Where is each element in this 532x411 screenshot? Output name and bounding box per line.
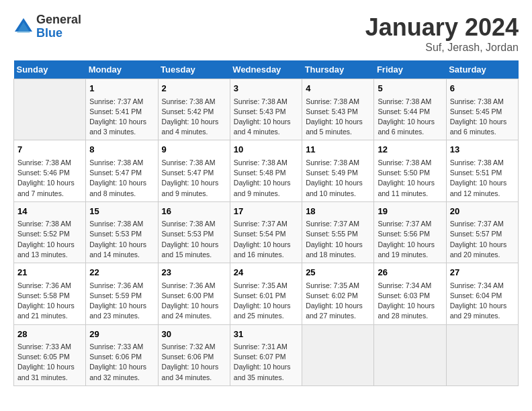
day-info: Sunrise: 7:38 AMSunset: 5:47 PMDaylight:… [89, 158, 154, 199]
day-number: 5 [378, 82, 442, 95]
calendar-cell: 21Sunrise: 7:36 AMSunset: 5:58 PMDayligh… [14, 263, 86, 324]
calendar-cell: 12Sunrise: 7:38 AMSunset: 5:50 PMDayligh… [374, 140, 446, 201]
day-info: Sunrise: 7:33 AMSunset: 6:06 PMDaylight:… [89, 342, 154, 383]
day-number: 16 [162, 205, 226, 218]
logo-text: General Blue [36, 13, 81, 40]
day-info: Sunrise: 7:38 AMSunset: 5:49 PMDaylight:… [306, 158, 370, 199]
day-info: Sunrise: 7:34 AMSunset: 6:03 PMDaylight:… [378, 281, 442, 322]
calendar-cell: 10Sunrise: 7:38 AMSunset: 5:48 PMDayligh… [230, 140, 302, 201]
calendar-cell: 16Sunrise: 7:38 AMSunset: 5:53 PMDayligh… [158, 201, 230, 263]
day-number: 25 [306, 266, 370, 279]
calendar-cell: 5Sunrise: 7:38 AMSunset: 5:44 PMDaylight… [374, 79, 446, 140]
day-number: 22 [89, 266, 154, 279]
day-number: 8 [89, 143, 154, 156]
calendar-cell: 11Sunrise: 7:38 AMSunset: 5:49 PMDayligh… [302, 140, 374, 201]
day-info: Sunrise: 7:38 AMSunset: 5:48 PMDaylight:… [234, 158, 298, 199]
calendar-cell [446, 324, 518, 385]
day-of-week-tuesday: Tuesday [158, 60, 230, 79]
day-number: 23 [162, 266, 226, 279]
day-of-week-friday: Friday [374, 60, 446, 79]
day-info: Sunrise: 7:37 AMSunset: 5:41 PMDaylight:… [89, 97, 154, 138]
day-number: 3 [234, 82, 298, 95]
day-info: Sunrise: 7:38 AMSunset: 5:46 PMDaylight:… [17, 158, 82, 199]
day-info: Sunrise: 7:38 AMSunset: 5:50 PMDaylight:… [378, 158, 442, 199]
page-header: General Blue January 2024 Suf, Jerash, J… [13, 13, 519, 54]
day-number: 21 [17, 266, 82, 279]
calendar-cell: 4Sunrise: 7:38 AMSunset: 5:43 PMDaylight… [302, 79, 374, 140]
calendar-cell: 6Sunrise: 7:38 AMSunset: 5:45 PMDaylight… [446, 79, 518, 140]
day-info: Sunrise: 7:31 AMSunset: 6:07 PMDaylight:… [234, 342, 298, 383]
day-info: Sunrise: 7:38 AMSunset: 5:51 PMDaylight:… [450, 158, 515, 199]
day-info: Sunrise: 7:38 AMSunset: 5:42 PMDaylight:… [162, 97, 226, 138]
day-info: Sunrise: 7:38 AMSunset: 5:43 PMDaylight:… [234, 97, 298, 138]
calendar-week-2: 7Sunrise: 7:38 AMSunset: 5:46 PMDaylight… [14, 140, 519, 201]
day-number: 6 [450, 82, 515, 95]
calendar-week-4: 21Sunrise: 7:36 AMSunset: 5:58 PMDayligh… [14, 263, 519, 324]
location: Suf, Jerash, Jordan [365, 42, 519, 54]
calendar-cell [14, 79, 86, 140]
calendar-cell: 15Sunrise: 7:38 AMSunset: 5:53 PMDayligh… [86, 201, 158, 263]
calendar-cell: 9Sunrise: 7:38 AMSunset: 5:47 PMDaylight… [158, 140, 230, 201]
day-number: 9 [162, 143, 226, 156]
day-info: Sunrise: 7:33 AMSunset: 6:05 PMDaylight:… [17, 342, 82, 383]
days-of-week-row: SundayMondayTuesdayWednesdayThursdayFrid… [14, 60, 519, 79]
day-info: Sunrise: 7:38 AMSunset: 5:44 PMDaylight:… [378, 97, 442, 138]
day-number: 1 [89, 82, 154, 95]
calendar-cell: 25Sunrise: 7:35 AMSunset: 6:02 PMDayligh… [302, 263, 374, 324]
day-info: Sunrise: 7:38 AMSunset: 5:53 PMDaylight:… [89, 219, 154, 260]
calendar-cell: 1Sunrise: 7:37 AMSunset: 5:41 PMDaylight… [86, 79, 158, 140]
day-number: 4 [306, 82, 370, 95]
calendar-cell: 31Sunrise: 7:31 AMSunset: 6:07 PMDayligh… [230, 324, 302, 385]
month-title: January 2024 [365, 13, 519, 42]
calendar-cell: 8Sunrise: 7:38 AMSunset: 5:47 PMDaylight… [86, 140, 158, 201]
calendar-cell: 27Sunrise: 7:34 AMSunset: 6:04 PMDayligh… [446, 263, 518, 324]
calendar-cell: 20Sunrise: 7:37 AMSunset: 5:57 PMDayligh… [446, 201, 518, 263]
calendar-cell: 14Sunrise: 7:38 AMSunset: 5:52 PMDayligh… [14, 201, 86, 263]
day-number: 13 [450, 143, 515, 156]
day-info: Sunrise: 7:36 AMSunset: 6:00 PMDaylight:… [162, 281, 226, 322]
day-number: 26 [378, 266, 442, 279]
day-info: Sunrise: 7:36 AMSunset: 5:58 PMDaylight:… [17, 281, 82, 322]
calendar-header: SundayMondayTuesdayWednesdayThursdayFrid… [14, 60, 519, 79]
day-number: 18 [306, 205, 370, 218]
day-info: Sunrise: 7:38 AMSunset: 5:43 PMDaylight:… [306, 97, 370, 138]
day-info: Sunrise: 7:34 AMSunset: 6:04 PMDaylight:… [450, 281, 515, 322]
day-number: 19 [378, 205, 442, 218]
calendar-cell: 22Sunrise: 7:36 AMSunset: 5:59 PMDayligh… [86, 263, 158, 324]
day-info: Sunrise: 7:38 AMSunset: 5:45 PMDaylight:… [450, 97, 515, 138]
day-of-week-thursday: Thursday [302, 60, 374, 79]
day-number: 15 [89, 205, 154, 218]
logo-general: General [36, 13, 81, 27]
day-info: Sunrise: 7:38 AMSunset: 5:52 PMDaylight:… [17, 219, 82, 260]
calendar-cell: 17Sunrise: 7:37 AMSunset: 5:54 PMDayligh… [230, 201, 302, 263]
day-info: Sunrise: 7:36 AMSunset: 5:59 PMDaylight:… [89, 281, 154, 322]
day-number: 27 [450, 266, 515, 279]
calendar-week-5: 28Sunrise: 7:33 AMSunset: 6:05 PMDayligh… [14, 324, 519, 385]
calendar-cell [374, 324, 446, 385]
calendar-cell: 30Sunrise: 7:32 AMSunset: 6:06 PMDayligh… [158, 324, 230, 385]
calendar-cell [302, 324, 374, 385]
calendar-cell: 19Sunrise: 7:37 AMSunset: 5:56 PMDayligh… [374, 201, 446, 263]
calendar-week-1: 1Sunrise: 7:37 AMSunset: 5:41 PMDaylight… [14, 79, 519, 140]
calendar-cell: 24Sunrise: 7:35 AMSunset: 6:01 PMDayligh… [230, 263, 302, 324]
day-info: Sunrise: 7:38 AMSunset: 5:53 PMDaylight:… [162, 219, 226, 260]
day-number: 10 [234, 143, 298, 156]
day-number: 14 [17, 205, 82, 218]
day-number: 28 [17, 328, 82, 341]
day-info: Sunrise: 7:32 AMSunset: 6:06 PMDaylight:… [162, 342, 226, 383]
calendar-cell: 28Sunrise: 7:33 AMSunset: 6:05 PMDayligh… [14, 324, 86, 385]
day-info: Sunrise: 7:37 AMSunset: 5:57 PMDaylight:… [450, 219, 515, 260]
calendar-table: SundayMondayTuesdayWednesdayThursdayFrid… [13, 60, 519, 386]
calendar-cell: 23Sunrise: 7:36 AMSunset: 6:00 PMDayligh… [158, 263, 230, 324]
calendar-cell: 29Sunrise: 7:33 AMSunset: 6:06 PMDayligh… [86, 324, 158, 385]
day-number: 2 [162, 82, 226, 95]
day-info: Sunrise: 7:38 AMSunset: 5:47 PMDaylight:… [162, 158, 226, 199]
day-number: 11 [306, 143, 370, 156]
logo: General Blue [13, 13, 81, 40]
day-info: Sunrise: 7:37 AMSunset: 5:54 PMDaylight:… [234, 219, 298, 260]
day-of-week-sunday: Sunday [14, 60, 86, 79]
day-number: 29 [89, 328, 154, 341]
calendar-cell: 3Sunrise: 7:38 AMSunset: 5:43 PMDaylight… [230, 79, 302, 140]
day-number: 12 [378, 143, 442, 156]
day-of-week-monday: Monday [86, 60, 158, 79]
